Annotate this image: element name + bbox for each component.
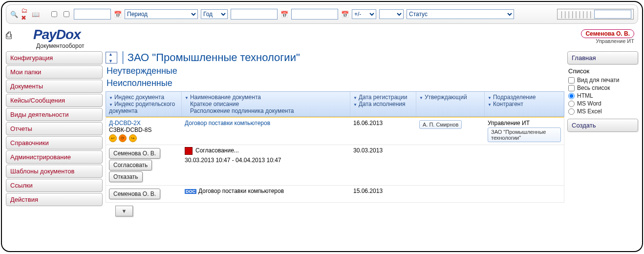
user-badge[interactable]: Семенова О. В.: [581, 29, 634, 38]
barcode-input[interactable]: [594, 10, 631, 19]
row2-date: 30.03.2013: [350, 145, 416, 185]
sort-toggle[interactable]: [106, 52, 117, 64]
filter-unexecuted: Неисполненные: [107, 78, 564, 88]
contractor-chip[interactable]: ЗАО "Промышленные технологии": [488, 127, 561, 142]
reject-button[interactable]: Отказать: [109, 171, 143, 182]
app-logo: PayDox Документооборот: [33, 27, 85, 49]
toolbar-check-2[interactable]: [64, 11, 69, 17]
th-index[interactable]: Индекс документа: [114, 94, 164, 101]
th-doc-name[interactable]: Наименование документа: [190, 94, 261, 101]
th-parent-index[interactable]: Индекс родительского документа: [109, 101, 175, 114]
row3-doc-title: Договор поставки компьютеров: [198, 188, 284, 194]
row-dept: Управление ИТ: [488, 120, 561, 127]
user-dept: Управление ИТ: [581, 38, 634, 44]
status-icon: [185, 147, 193, 155]
format-excel-radio[interactable]: [568, 108, 575, 115]
brand-subtitle: Документооборот: [36, 42, 85, 49]
toolbar-input-1[interactable]: [74, 9, 111, 20]
nav-links[interactable]: Ссылки: [6, 179, 103, 192]
workflow-icon[interactable]: ⟳: [119, 134, 127, 142]
status-text: Согласование...: [195, 147, 239, 154]
date-range: 30.03.2013 10:47 - 04.04.2013 10:47: [185, 157, 347, 164]
content-area: ЗАО "Промышленные технологии" Неутвержде…: [106, 51, 564, 216]
row3-date: 15.06.2013: [350, 186, 416, 202]
th-exec-date[interactable]: Дата исполнения: [359, 101, 406, 107]
table-row: Семенова О. В. DOCДоговор поставки компь…: [106, 186, 564, 203]
status-select[interactable]: Статус: [407, 9, 514, 19]
approve-button[interactable]: Согласовать: [109, 160, 152, 170]
left-nav: Конфигурация Мои папки Документы Кейсы/С…: [6, 51, 103, 216]
calendar-icon-2[interactable]: 📅: [341, 10, 349, 18]
print-icon[interactable]: ⎙: [6, 30, 19, 41]
top-toolbar: 🔍 🗂✖ 📖 📅 Период Год 📅 📅 +/- Статус |||||…: [6, 4, 638, 24]
period-select[interactable]: Период: [125, 9, 198, 19]
calendar-icon-1[interactable]: 📅: [280, 10, 288, 18]
format-html-radio[interactable]: [568, 93, 575, 99]
nav-admin[interactable]: Администрирование: [6, 150, 103, 164]
format-word-radio[interactable]: [568, 101, 575, 107]
format-word-label: MS Word: [577, 100, 601, 107]
nav-templates[interactable]: Шаблоны документов: [6, 165, 103, 178]
aux-select[interactable]: [379, 9, 404, 19]
print-view-label: Вид для печати: [577, 77, 620, 84]
th-reg-date[interactable]: Дата регистрации: [359, 94, 407, 101]
workflow-icon[interactable]: ↩: [109, 134, 117, 142]
table-row: Семенова О. В. Согласовать Отказать Согл…: [106, 145, 564, 186]
right-panel: Главная Список Вид для печати Весь списо…: [567, 51, 638, 216]
th-location: Расположение подлинника документа: [190, 107, 294, 114]
nav-cases[interactable]: Кейсы/Сообщения: [6, 94, 103, 107]
clear-filter-icon[interactable]: 🗂✖: [21, 10, 29, 18]
search-icon[interactable]: 🔍: [10, 10, 18, 18]
create-button[interactable]: Создать: [567, 119, 638, 132]
format-html-label: HTML: [577, 92, 593, 99]
book-icon[interactable]: 📖: [32, 10, 40, 18]
table-header: ▼Индекс документа ▼Индекс родительского …: [106, 91, 564, 117]
doc-title-link[interactable]: Договор поставки компьютеров: [185, 120, 270, 127]
scroll-next-button[interactable]: ▼: [115, 206, 133, 216]
home-button[interactable]: Главная: [567, 51, 638, 64]
th-dept[interactable]: Подразделение: [493, 94, 536, 101]
calendar-range-icon[interactable]: 📅: [114, 10, 122, 18]
parent-index: СЗВК-DCBD-8S: [109, 127, 179, 133]
th-desc: Краткое описание: [190, 101, 239, 107]
barcode-icon: |||||||||: [559, 10, 592, 18]
th-contractor[interactable]: Контрагент: [493, 101, 523, 107]
toolbar-check-1[interactable]: [51, 11, 57, 17]
date-to-input[interactable]: [291, 9, 338, 20]
list-header: Список: [568, 67, 637, 75]
full-list-label: Весь список: [577, 85, 610, 91]
reg-date: 16.06.2013: [350, 118, 416, 145]
nav-documents[interactable]: Документы: [6, 80, 103, 93]
doc-file-icon[interactable]: DOC: [185, 189, 196, 194]
nav-configuration[interactable]: Конфигурация: [6, 51, 103, 64]
brand-name: PayDox: [33, 27, 85, 42]
person-button[interactable]: Семенова О. В.: [109, 189, 160, 199]
doc-index-link[interactable]: Д-DCBD-2X: [109, 120, 179, 127]
filter-unapproved: Неутвержденные: [107, 66, 564, 76]
workflow-icon[interactable]: ↪: [129, 134, 137, 142]
org-title: ЗАО "Промышленные технологии": [122, 51, 300, 64]
plusminus-select[interactable]: +/-: [352, 9, 376, 19]
nav-reports[interactable]: Отчеты: [6, 122, 103, 135]
print-view-check[interactable]: [568, 77, 575, 84]
full-list-check[interactable]: [568, 85, 575, 91]
barcode-box: |||||||||: [557, 9, 634, 20]
th-approver[interactable]: Утверждающий: [425, 94, 467, 101]
approver-chip[interactable]: А. П. Смирнов: [419, 120, 462, 129]
nav-my-folders[interactable]: Мои папки: [6, 65, 103, 79]
nav-actions[interactable]: Действия: [6, 193, 103, 206]
format-excel-label: MS Excel: [577, 108, 602, 115]
year-select[interactable]: Год: [201, 9, 228, 19]
nav-dictionaries[interactable]: Справочники: [6, 136, 103, 149]
person-button[interactable]: Семенова О. В.: [109, 148, 160, 159]
date-from-input[interactable]: [231, 9, 278, 20]
nav-activities[interactable]: Виды деятельности: [6, 108, 103, 121]
table-row: Д-DCBD-2X СЗВК-DCBD-8S ↩ ⟳ ↪ Договор пос…: [106, 117, 564, 145]
